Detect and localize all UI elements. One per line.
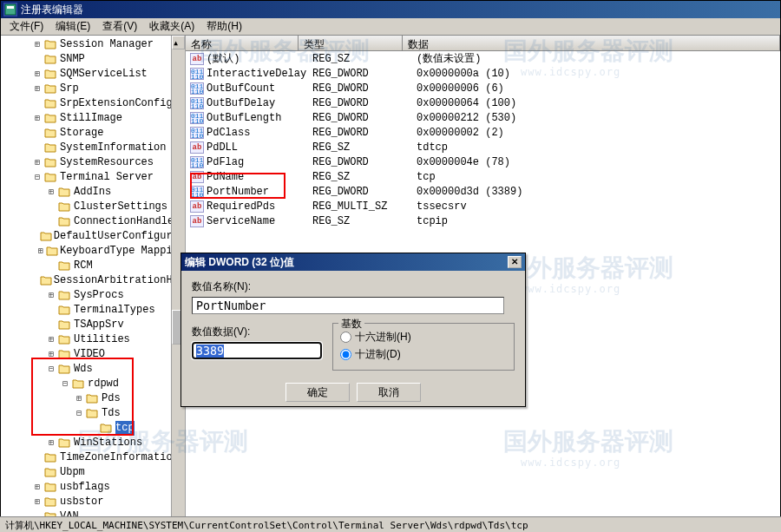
tree-expander[interactable]: ⊞	[35, 244, 46, 259]
tree-item[interactable]: RCM	[1, 259, 185, 273]
list-row[interactable]: abPdNameREG_SZtcp	[186, 169, 780, 184]
tree-label: Pds	[102, 391, 121, 406]
menu-file[interactable]: 文件(F)	[4, 17, 49, 36]
tree-expander[interactable]: ⊞	[44, 436, 58, 450]
tree-panel[interactable]: ⊞Session ManagerSNMP⊞SQMServiceList⊞SrpS…	[1, 36, 186, 517]
list-row[interactable]: ab(默认)REG_SZ(数值未设置)	[186, 51, 780, 66]
list-row[interactable]: 011110InteractiveDelayREG_DWORD0x0000000…	[186, 66, 780, 81]
tree-item[interactable]: ⊞KeyboardType Mapping	[1, 244, 185, 259]
tree-item[interactable]: ⊞usbflags	[1, 480, 185, 495]
tree-expander[interactable]: ⊟	[58, 377, 72, 391]
tree-item[interactable]: ⊞AddIns	[1, 185, 185, 200]
tree-item[interactable]: ConnectionHandler	[1, 214, 185, 229]
tree-expander[interactable]: ⊞	[44, 347, 58, 362]
tree-item[interactable]: ClusterSettings	[1, 200, 185, 214]
value-type: REG_SZ	[312, 141, 417, 154]
dword-icon: 011110	[190, 112, 204, 124]
list-row[interactable]: 011110PortNumberREG_DWORD0x00000d3d (338…	[186, 184, 780, 199]
value-type: REG_SZ	[312, 215, 417, 227]
tree-item[interactable]: Storage	[1, 126, 185, 141]
list-row[interactable]: 011110OutBufLengthREG_DWORD0x00000212 (5…	[186, 110, 780, 125]
tree-item[interactable]: ⊞Pds	[1, 391, 185, 406]
tree-label: Terminal Server	[60, 170, 154, 185]
tree-item[interactable]: SessionArbitrationHel	[1, 273, 185, 288]
menu-favorites[interactable]: 收藏夹(A)	[144, 17, 200, 36]
base-legend: 基数	[338, 317, 364, 332]
tree-item[interactable]: TSAppSrv	[1, 318, 185, 332]
column-data[interactable]: 数据	[403, 36, 780, 50]
tree-expander[interactable]: ⊞	[72, 391, 86, 406]
tree-item[interactable]: ⊞SQMServiceList	[1, 67, 185, 82]
list-row[interactable]: abServiceNameREG_SZtcpip	[186, 213, 780, 228]
value-name: PdFlag	[205, 156, 312, 168]
list-row[interactable]: 011110OutBufDelayREG_DWORD0x00000064 (10…	[186, 95, 780, 110]
tree-item[interactable]: ⊞WinStations	[1, 436, 185, 450]
list-row[interactable]: abRequiredPdsREG_MULTI_SZtssecsrv	[186, 199, 780, 213]
tree-expander[interactable]: ⊞	[44, 332, 58, 347]
column-name[interactable]: 名称	[186, 36, 299, 50]
tree-label: Ubpm	[60, 465, 85, 480]
tree-label: Tds	[102, 406, 121, 421]
value-name: InteractiveDelay	[205, 68, 312, 80]
folder-icon	[72, 378, 86, 391]
tree-label: ClusterSettings	[74, 200, 167, 214]
menu-edit[interactable]: 编辑(E)	[50, 17, 95, 36]
value-name: RequiredPds	[205, 200, 312, 213]
tree-item[interactable]: ⊞usbstor	[1, 495, 185, 509]
list-row[interactable]: 011110OutBufCountREG_DWORD0x00000006 (6)	[186, 81, 780, 95]
tree-expander[interactable]: ⊞	[30, 67, 44, 82]
tree-item[interactable]: SystemInformation	[1, 141, 185, 155]
tree-item[interactable]: SrpExtensionConfig	[1, 96, 185, 111]
tree-expander[interactable]: ⊟	[30, 170, 44, 185]
tree-item[interactable]: ⊞Session Manager	[1, 37, 185, 52]
folder-icon	[40, 275, 52, 287]
tree-expander[interactable]: ⊟	[44, 362, 58, 377]
cancel-button[interactable]: 取消	[357, 383, 421, 402]
tree-item[interactable]: tcp	[1, 421, 185, 436]
tree-item[interactable]: ⊞Utilities	[1, 332, 185, 347]
tree-item[interactable]: ⊟rdpwd	[1, 377, 185, 391]
tree-expander[interactable]: ⊞	[30, 111, 44, 126]
value-data-input[interactable]	[192, 342, 322, 359]
tree-item[interactable]: Ubpm	[1, 465, 185, 480]
tree-expander[interactable]: ⊞	[44, 288, 58, 303]
dialog-close-button[interactable]: ✕	[508, 256, 522, 268]
tree-label: usbstor	[60, 495, 103, 509]
list-row[interactable]: abPdDLLREG_SZtdtcp	[186, 140, 780, 154]
tree-item[interactable]: ⊞SysProcs	[1, 288, 185, 303]
tree-expander[interactable]: ⊞	[30, 82, 44, 96]
tree-expander[interactable]: ⊞	[44, 185, 58, 200]
list-row[interactable]: 011110PdClassREG_DWORD0x00000002 (2)	[186, 125, 780, 140]
tree-label: KeyboardType Mapping	[60, 244, 185, 259]
tree-label: usbflags	[60, 480, 110, 495]
tree-item[interactable]: TerminalTypes	[1, 303, 185, 318]
dialog-titlebar[interactable]: 编辑 DWORD (32 位)值 ✕	[181, 253, 525, 271]
folder-icon	[58, 216, 72, 228]
tree-item[interactable]: ⊞Srp	[1, 82, 185, 96]
menu-view[interactable]: 查看(V)	[97, 17, 142, 36]
tree-expander[interactable]: ⊞	[30, 495, 44, 509]
tree-item[interactable]: ⊞StillImage	[1, 111, 185, 126]
tree-item[interactable]: ⊟Tds	[1, 406, 185, 421]
menu-help[interactable]: 帮助(H)	[201, 17, 247, 36]
tree-expander[interactable]: ⊞	[30, 480, 44, 495]
tree-item[interactable]: SNMP	[1, 52, 185, 67]
tree-expander[interactable]: ⊞	[30, 155, 44, 170]
tree-item[interactable]: DefaultUserConfigurat	[1, 229, 185, 244]
titlebar[interactable]: 注册表编辑器	[1, 1, 780, 18]
tree-expander[interactable]: ⊞	[30, 37, 44, 52]
scroll-up-button[interactable]: ▴	[172, 36, 185, 49]
radio-decimal[interactable]	[340, 349, 351, 360]
tree-expander[interactable]: ⊟	[72, 406, 86, 421]
tree-item[interactable]: ⊟Wds	[1, 362, 185, 377]
tree-item[interactable]: ⊟Terminal Server	[1, 170, 185, 185]
tree-item[interactable]: TimeZoneInformation	[1, 450, 185, 465]
ok-button[interactable]: 确定	[285, 383, 350, 402]
tree-item[interactable]: ⊞SystemResources	[1, 155, 185, 170]
edit-dword-dialog: 编辑 DWORD (32 位)值 ✕ 数值名称(N): 数值数据(V): 基数 …	[180, 253, 526, 407]
tree-item[interactable]: ⊞VIDEO	[1, 347, 185, 362]
list-row[interactable]: 011110PdFlagREG_DWORD0x0000004e (78)	[186, 154, 780, 169]
column-type[interactable]: 类型	[299, 36, 403, 50]
radio-hex[interactable]	[340, 332, 351, 343]
value-data: 0x00000d3d (3389)	[417, 186, 780, 198]
